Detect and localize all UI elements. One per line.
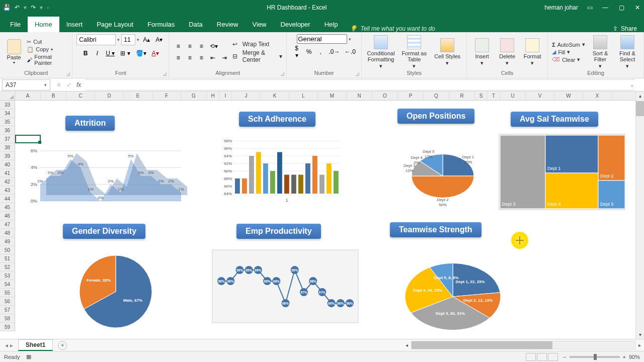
alignment-dialog-launcher[interactable]: ◿ [281,71,284,76]
zoom-slider[interactable] [570,356,620,358]
tab-pagelayout[interactable]: Page Layout [90,17,140,32]
font-dialog-launcher[interactable]: ◿ [163,71,167,76]
font-color-button[interactable]: A▾ [150,48,161,58]
maximize-button[interactable]: ▢ [618,4,625,11]
chart-attrition[interactable]: 0%2%4%6%2%3%3%5%4%1%0%2%1%5%3%3%2%2%1% [20,136,196,211]
decrease-indent-button[interactable]: ⇤ [208,53,218,63]
scroll-up-icon[interactable]: ▴ [636,92,644,100]
align-center-button[interactable]: ≡ [185,53,195,63]
worksheet[interactable]: Attrition Sch Adherence Open Positions A… [15,101,635,339]
normal-view-button[interactable] [526,353,536,361]
format-as-table-button[interactable]: Format as Table▾ [399,35,429,69]
increase-decimal-button[interactable]: .0→ [327,47,342,57]
chart-open[interactable]: Dept 125%Dept 250%Dept 312%Dept 40%Dept … [387,126,493,216]
increase-font-button[interactable]: A▴ [141,35,152,45]
next-sheet-icon[interactable]: ▸ [10,342,13,349]
scroll-down-icon[interactable]: ▾ [636,330,644,339]
confirm-entry-icon[interactable]: ✓ [66,81,71,88]
orientation-button[interactable]: ⟲▾ [208,41,220,51]
tab-data[interactable]: Data [182,17,209,32]
italic-button[interactable]: I [92,48,102,58]
number-dialog-launcher[interactable]: ◿ [356,71,359,76]
close-button[interactable]: ✕ [634,4,641,11]
column-headers[interactable]: ABCDEFGHIJKLMNOPQRSTUVWX [15,92,635,101]
format-painter-button[interactable]: Format Painter [27,54,68,66]
tab-review[interactable]: Review [210,17,246,32]
align-middle-button[interactable]: ≡ [185,41,195,51]
underline-button[interactable]: U ▾ [104,48,117,58]
prev-sheet-icon[interactable]: ◂ [5,342,8,349]
tab-home[interactable]: Home [28,17,59,32]
paste-button[interactable]: Paste▾ [4,39,24,65]
title-attrition[interactable]: Attrition [65,116,115,131]
decrease-decimal-button[interactable]: ←.0 [343,47,358,57]
zoom-control[interactable]: − + 90% [563,354,640,360]
title-open[interactable]: Open Positions [397,109,474,124]
name-box[interactable]: A37▾ [2,79,50,90]
horizontal-scrollbar[interactable]: ◂ ▸ [403,341,644,349]
formula-input[interactable]: ⌄ [85,79,635,90]
scroll-right-icon[interactable]: ▸ [635,341,644,349]
title-team[interactable]: Teamwise Strength [390,222,481,237]
conditional-formatting-button[interactable]: Conditional Formatting▾ [366,35,396,69]
bold-button[interactable]: B [80,48,91,58]
chart-emp[interactable]: 98%98%99%99%99%98%98%96%99%97%98%97%96%9… [211,249,360,324]
clear-button[interactable]: Clear ▾ [552,56,585,63]
chart-avgsal[interactable]: Dept 3Dept 1Dept 2Dept 4Dept 5 [498,133,626,214]
tell-me[interactable]: 💡 Tell me what you want to do [350,25,435,32]
merge-center-button[interactable]: ⊟ Merge & Center ▾ [232,49,282,63]
number-format-select[interactable] [297,34,347,44]
border-button[interactable]: ⊞ ▾ [118,48,132,58]
share-button[interactable]: ⇪ Share [613,25,637,32]
tab-developer[interactable]: Developer [273,17,317,32]
title-avgsal[interactable]: Avg Sal Teamwise [511,112,598,127]
tab-view[interactable]: View [245,17,273,32]
scroll-left-icon[interactable]: ◂ [403,341,411,349]
cut-button[interactable]: Cut [27,39,68,45]
align-bottom-button[interactable]: ≡ [196,41,206,51]
page-break-view-button[interactable] [548,353,558,361]
align-right-button[interactable]: ≡ [196,53,206,63]
title-gender[interactable]: Gender Diversity [63,224,145,239]
chart-team[interactable]: Dept 1, 22, 23%Dept 2, 12, 13%Dept 3, 30… [387,244,518,339]
title-sch[interactable]: Sch Adherence [239,112,315,127]
font-name-input[interactable] [76,34,116,45]
find-select-button[interactable]: Find & Select▾ [615,35,639,69]
autosum-button[interactable]: AutoSum ▾ [552,41,585,48]
copy-button[interactable]: Copy ▾ [27,46,68,53]
sheet-tab-sheet1[interactable]: Sheet1 [18,339,53,351]
zoom-level[interactable]: 90% [629,354,640,360]
select-all-corner[interactable] [0,92,15,101]
expand-formula-icon[interactable]: ⌄ [630,82,634,87]
format-cells-button[interactable]: Format▾ [521,38,543,66]
clipboard-dialog-launcher[interactable]: ◿ [66,71,70,76]
save-icon[interactable]: 💾 [3,4,11,11]
wrap-text-button[interactable]: ↩ Wrap Text [232,41,282,48]
fill-button[interactable]: Fill ▾ [552,49,585,55]
comma-button[interactable]: , [315,47,326,57]
vscroll-thumb[interactable] [636,101,644,116]
tab-help[interactable]: Help [317,17,345,32]
tab-file[interactable]: File [3,17,28,32]
minimize-button[interactable]: — [602,4,609,11]
cancel-entry-icon[interactable]: ✕ [56,81,61,88]
align-top-button[interactable]: ≡ [173,41,183,51]
insert-cells-button[interactable]: Insert▾ [471,38,493,66]
macro-record-icon[interactable]: ▦ [26,353,31,360]
chart-sch[interactable]: 84%86%88%90%92%94%96%98%1 [214,133,350,209]
decrease-font-button[interactable]: A▾ [153,35,165,45]
cell-styles-button[interactable]: Cell Styles▾ [432,38,462,66]
tab-insert[interactable]: Insert [59,17,90,32]
hscroll-thumb[interactable] [412,341,552,349]
fx-icon[interactable]: fx [76,81,81,88]
percent-button[interactable]: % [304,47,314,57]
delete-cells-button[interactable]: Delete▾ [496,38,518,66]
vertical-scrollbar[interactable]: ▴ ▾ [635,92,644,339]
zoom-out-icon[interactable]: − [563,354,566,360]
fill-color-button[interactable]: 🪣▾ [134,48,148,58]
ribbon-options-icon[interactable]: ▭ [587,4,593,11]
undo-icon[interactable]: ↶ [15,4,20,11]
add-sheet-button[interactable]: + [58,341,67,350]
sort-filter-button[interactable]: Sort & Filter▾ [588,35,612,69]
chart-gender[interactable]: Male, 67%Female, 33% [60,246,166,332]
